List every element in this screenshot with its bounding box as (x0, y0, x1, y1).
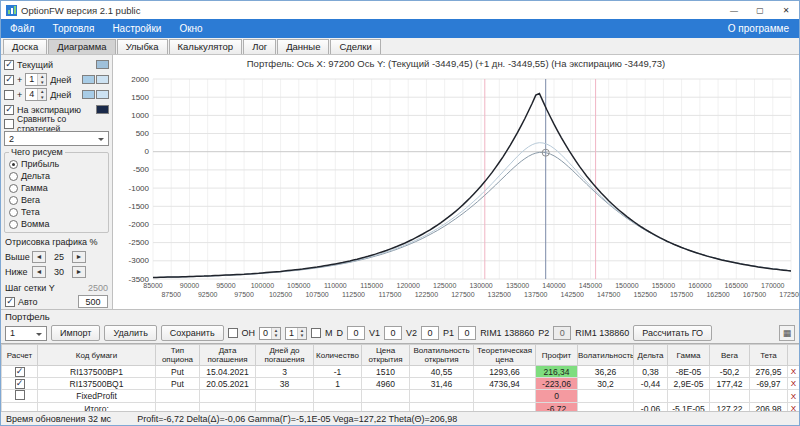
calc-cell[interactable] (2, 378, 38, 390)
menu-item-window[interactable]: Окно (170, 19, 211, 38)
calc-go-button[interactable]: Рассчитать ГО (633, 325, 712, 341)
render-group-title: Отрисовка графика % (5, 237, 108, 249)
column-header-9[interactable]: Профит (536, 345, 578, 366)
maximize-icon[interactable]: ▢ (747, 1, 773, 19)
delete-row-button[interactable]: X (788, 403, 800, 411)
delete-row-button[interactable]: X (788, 366, 800, 378)
days-spinner-plus4[interactable]: 4▲▼ (25, 88, 47, 101)
delete-row-button[interactable]: X (788, 378, 800, 390)
radio-option-vega[interactable]: Вега (9, 194, 104, 206)
tab-data[interactable]: Данные (277, 39, 329, 54)
spinner-arrows-icon[interactable]: ▲▼ (271, 328, 280, 339)
radio-dot-vega[interactable] (9, 196, 18, 205)
radio-option-gamma[interactable]: Гамма (9, 182, 104, 194)
calc-cell[interactable] (2, 366, 38, 378)
close-icon[interactable]: ✕ (773, 1, 799, 19)
column-header-8[interactable]: Теоретическая цена (474, 345, 536, 366)
grid-settings-icon[interactable]: ▦ (779, 325, 795, 341)
radio-dot-delta[interactable] (9, 172, 18, 181)
calc-cell[interactable] (2, 390, 38, 403)
column-header-2[interactable]: Тип опциона (156, 345, 200, 366)
radio-option-delta[interactable]: Дельта (9, 170, 104, 182)
spinner-arrows-icon[interactable]: ▲▼ (37, 74, 46, 85)
radio-dot-profit[interactable] (9, 160, 18, 169)
color-swatch[interactable] (82, 75, 95, 84)
column-header-6[interactable]: Цена открытия (362, 345, 410, 366)
spin-down-icon[interactable]: ▼ (298, 333, 306, 339)
step-right-icon[interactable]: ► (72, 251, 86, 263)
tab-smile[interactable]: Улыбка (117, 39, 168, 54)
radio-option-theta[interactable]: Тета (9, 206, 104, 218)
menu-item-settings[interactable]: Настройки (103, 19, 170, 38)
field-v2[interactable]: 0 (421, 326, 439, 340)
tab-board[interactable]: Доска (3, 39, 47, 54)
spin-down-icon[interactable]: ▼ (272, 333, 280, 339)
delete-button[interactable]: Удалить (104, 325, 156, 341)
portfolio-select[interactable]: 1 (5, 326, 47, 341)
layer-checkbox-expiration[interactable] (4, 105, 14, 115)
color-swatch[interactable] (96, 90, 109, 99)
tab-diagram[interactable]: Диаграмма (48, 39, 115, 54)
oh-spinner-1[interactable]: 1▲▼ (285, 327, 307, 340)
compare-strategy-checkbox[interactable] (4, 119, 14, 129)
step-left-icon[interactable]: ◄ (32, 251, 46, 263)
menu-item-file[interactable]: Файл (1, 19, 44, 38)
column-header-10[interactable]: Волатильность (578, 345, 634, 366)
row-calc-checkbox[interactable] (15, 367, 25, 377)
profit-chart[interactable]: 8500087500900009250095000975001000001025… (113, 71, 799, 309)
column-header-0[interactable]: Расчет (2, 345, 38, 366)
field-v1[interactable]: 0 (384, 326, 402, 340)
calc-cell[interactable] (2, 403, 38, 411)
m-checkbox[interactable] (311, 328, 321, 338)
minimize-icon[interactable]: — (721, 1, 747, 19)
step-right-icon[interactable]: ► (72, 266, 86, 278)
menu-item-about[interactable]: О программе (718, 23, 799, 34)
color-swatch[interactable] (96, 75, 109, 84)
strategy-select[interactable]: 2 (4, 131, 109, 146)
radio-dot-gamma[interactable] (9, 184, 18, 193)
field-p1[interactable]: 0 (458, 326, 476, 340)
tab-log[interactable]: Лог (243, 39, 276, 54)
days-spinner-plus1[interactable]: 1▲▼ (25, 73, 47, 86)
color-swatch[interactable] (96, 60, 109, 69)
oh-spinner-0[interactable]: 0▲▼ (259, 327, 281, 340)
delete-row-button[interactable]: X (788, 390, 800, 403)
auto-grid-value[interactable]: 500 (78, 295, 108, 308)
radio-dot-theta[interactable] (9, 208, 18, 217)
radio-option-vomma[interactable]: Вомма (9, 218, 104, 230)
tab-deals[interactable]: Сделки (330, 39, 380, 54)
column-header-12[interactable]: Гамма (668, 345, 710, 366)
oh-checkbox[interactable] (228, 328, 238, 338)
spin-down-icon[interactable]: ▼ (38, 95, 46, 101)
field-v1-label: V1 (369, 328, 380, 338)
column-header-14[interactable]: Тета (750, 345, 788, 366)
spin-down-icon[interactable]: ▼ (38, 80, 46, 86)
column-header-11[interactable]: Дельта (634, 345, 668, 366)
menu-item-trade[interactable]: Торговля (44, 19, 104, 38)
column-header-4[interactable]: Дней до погашения (256, 345, 314, 366)
radio-dot-vomma[interactable] (9, 220, 18, 229)
row-calc-checkbox[interactable] (15, 379, 25, 389)
column-header-3[interactable]: Дата погашения (200, 345, 256, 366)
radio-option-profit[interactable]: Прибыль (9, 158, 104, 170)
column-header-13[interactable]: Вега (710, 345, 750, 366)
column-header-7[interactable]: Волатильность открытия (410, 345, 474, 366)
tab-calculator[interactable]: Калькулятор (169, 39, 243, 54)
save-button[interactable]: Сохранить (161, 325, 224, 341)
auto-grid-checkbox[interactable] (5, 297, 15, 307)
layer-checkbox-plus4[interactable] (4, 90, 14, 100)
field-p2[interactable]: 0 (553, 326, 571, 340)
column-header-1[interactable]: Код бумаги (38, 345, 156, 366)
import-button[interactable]: Импорт (51, 325, 100, 341)
spinner-arrows-icon[interactable]: ▲▼ (297, 328, 306, 339)
layer-checkbox-current[interactable] (4, 60, 14, 70)
field-d[interactable]: 0 (347, 326, 365, 340)
row-calc-checkbox[interactable] (15, 390, 25, 400)
spinner-arrows-icon[interactable]: ▲▼ (37, 89, 46, 100)
step-left-icon[interactable]: ◄ (32, 266, 46, 278)
table-row: RI137500BP1Put15.04.20213-1151040,551293… (2, 366, 800, 378)
column-header-5[interactable]: Количество (314, 345, 362, 366)
layer-checkbox-plus1[interactable] (4, 75, 14, 85)
column-header-15[interactable] (788, 345, 800, 366)
color-swatch[interactable] (82, 90, 95, 99)
